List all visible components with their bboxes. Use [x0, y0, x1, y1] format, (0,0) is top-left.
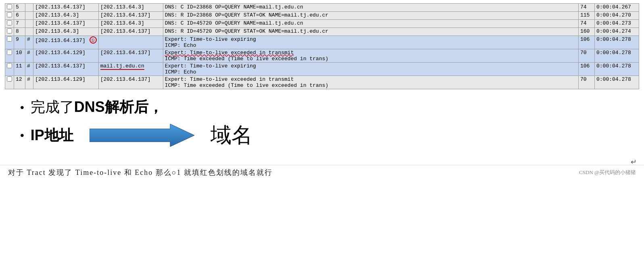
- bullet-bold-text-1: DNS解析后，: [74, 99, 163, 115]
- packet-info: DNS: R ID=45720 OP=QUERY STAT=OK NAME=ma…: [163, 28, 578, 36]
- bullet-item-1: • 完成了DNS解析后，: [20, 97, 624, 117]
- row-num: 6: [14, 12, 25, 20]
- packet-len: 70: [579, 76, 595, 89]
- src-addr: [202.113.64.3]: [33, 12, 99, 20]
- dst-addr: [202.113.64.137]: [98, 49, 163, 63]
- dst-addr: [202.113.64.137]: [98, 12, 163, 20]
- packet-time: 0:00:04.273: [595, 20, 639, 28]
- packet-info: Expert: Time-to-live expiring ICMP: Echo: [163, 36, 578, 49]
- annotation-circle-1: ①: [90, 36, 97, 44]
- packet-len: 106: [579, 36, 595, 49]
- expert-info: Expert: Time-to-live exceeded in transmi…: [165, 50, 294, 56]
- src-addr: [202.113.64.3]: [33, 28, 99, 36]
- bullet-text-1: 完成了DNS解析后，: [31, 97, 163, 117]
- packet-info: Expert: Time-to-live exceeded in transmi…: [163, 49, 578, 63]
- domain-label: 域名: [210, 121, 252, 149]
- row-mark: [25, 4, 33, 12]
- row-num: 12: [14, 76, 25, 89]
- packet-info: Expert: Time-to-live expiring ICMP: Echo: [163, 63, 578, 76]
- packet-time: 0:00:04.278: [595, 36, 639, 49]
- packet-len: 70: [579, 49, 595, 63]
- return-arrow-icon: ↵: [631, 158, 637, 166]
- packet-time: 0:00:04.278: [595, 49, 639, 63]
- packet-len: 74: [579, 20, 595, 28]
- packet-len: 160: [579, 28, 595, 36]
- checkbox-cell[interactable]: [5, 76, 14, 89]
- row-mark: [25, 28, 33, 36]
- src-addr: [202.113.64.137] ①: [33, 36, 99, 49]
- row-num: 5: [14, 4, 25, 12]
- table-row: 6 [202.113.64.3] [202.113.64.137] DNS: R…: [5, 12, 639, 20]
- packet-info: DNS: C ID=23868 OP=QUERY NAME=mail.tj.ed…: [163, 4, 578, 12]
- table-row: 7 [202.113.64.137] [202.113.64.3] DNS: C…: [5, 20, 639, 28]
- packet-len: 115: [579, 12, 595, 20]
- packet-time: 0:00:04.267: [595, 4, 639, 12]
- ip-label: IP地址: [31, 127, 73, 143]
- packet-time: 0:00:04.270: [595, 12, 639, 20]
- row-num: 8: [14, 28, 25, 36]
- dst-addr: [202.113.64.3]: [98, 20, 163, 28]
- row-mark: #: [25, 36, 33, 49]
- dst-addr: [202.113.64.3]: [98, 4, 163, 12]
- checkbox-cell[interactable]: [5, 36, 14, 49]
- bullet-normal-text-1: 完成了: [31, 99, 74, 115]
- packet-info: Expert: Time-to-live exceeded in transmi…: [163, 76, 578, 89]
- row-num: 9: [14, 36, 25, 49]
- row-mark: #: [25, 63, 33, 76]
- row-num: 11: [14, 63, 25, 76]
- svg-marker-0: [90, 124, 194, 147]
- table-row: 12 # [202.113.64.129] [202.113.64.137] E…: [5, 76, 639, 89]
- checkbox-cell[interactable]: [5, 20, 14, 28]
- src-addr: [202.113.64.137]: [33, 20, 99, 28]
- table-row: 9 # [202.113.64.137] ① Expert: Time-to-l…: [5, 36, 639, 49]
- src-addr: [202.113.64.129]: [33, 49, 99, 63]
- dst-addr: [202.113.64.137]: [98, 28, 163, 36]
- row-mark: #: [25, 76, 33, 89]
- checkbox-cell[interactable]: [5, 12, 14, 20]
- dst-addr: [98, 36, 163, 49]
- checkbox-cell[interactable]: [5, 49, 14, 63]
- packet-time: 0:00:04.278: [595, 63, 639, 76]
- table-row: 8 [202.113.64.3] [202.113.64.137] DNS: R…: [5, 28, 639, 36]
- dst-addr: mail.tj.edu.cn: [98, 63, 163, 76]
- packet-len: 106: [579, 63, 595, 76]
- row-mark: [25, 20, 33, 28]
- row-num: 7: [14, 20, 25, 28]
- table-row: 11 # [202.113.64.137] mail.tj.edu.cn Exp…: [5, 63, 639, 76]
- packet-time: 0:00:04.278: [595, 76, 639, 89]
- bottom-text: 对于 Tract 发现了 Time-to-live 和 Echo 那么○1 就填…: [8, 168, 579, 177]
- checkbox-cell[interactable]: [5, 28, 14, 36]
- bullet-text-2: IP地址: [31, 126, 73, 145]
- domain-annotated: mail.tj.edu.cn: [100, 63, 144, 70]
- bullets-section: • 完成了DNS解析后， • IP地址 域名: [0, 89, 644, 158]
- packet-table: 5 [202.113.64.137] [202.113.64.3] DNS: C…: [5, 3, 639, 89]
- packet-section: 5 [202.113.64.137] [202.113.64.3] DNS: C…: [0, 0, 644, 89]
- src-addr: [202.113.64.137]: [33, 4, 99, 12]
- bullet-dot-1: •: [20, 102, 24, 113]
- right-arrow-svg: [90, 122, 194, 148]
- checkbox-cell[interactable]: [5, 4, 14, 12]
- src-addr: [202.113.64.129]: [33, 76, 99, 89]
- table-row: 5 [202.113.64.137] [202.113.64.3] DNS: C…: [5, 4, 639, 12]
- bottom-section: 对于 Tract 发现了 Time-to-live 和 Echo 那么○1 就填…: [0, 165, 644, 179]
- row-mark: [25, 12, 33, 20]
- packet-time: 0:00:04.274: [595, 28, 639, 36]
- bullet-dot-2: •: [20, 130, 24, 141]
- src-addr: [202.113.64.137]: [33, 63, 99, 76]
- watermark-text: CSDN @买代码的小猪猪: [579, 169, 636, 176]
- packet-len: 74: [579, 4, 595, 12]
- dst-addr: [202.113.64.137]: [98, 76, 163, 89]
- row-mark: #: [25, 49, 33, 63]
- return-arrow-row: ↵: [0, 158, 644, 165]
- bullet-item-2: • IP地址 域名: [20, 121, 624, 149]
- row-num: 10: [14, 49, 25, 63]
- checkbox-cell[interactable]: [5, 63, 14, 76]
- packet-info: DNS: C ID=45720 OP=QUERY NAME=mail.tj.ed…: [163, 20, 578, 28]
- arrow-container: [90, 122, 194, 148]
- packet-info: DNS: R ID=23868 OP=QUERY STAT=OK NAME=ma…: [163, 12, 578, 20]
- table-row: 10 # [202.113.64.129] [202.113.64.137] E…: [5, 49, 639, 63]
